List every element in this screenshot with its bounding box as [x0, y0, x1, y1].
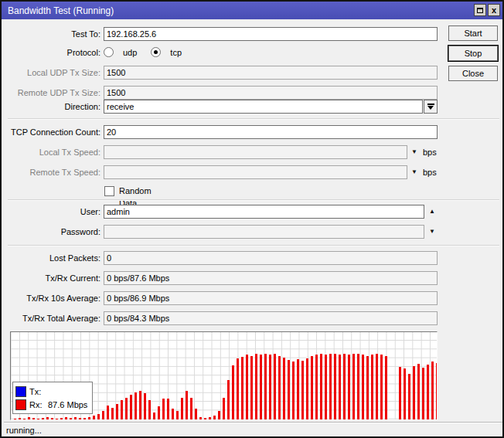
local-tx-speed-input: [104, 145, 407, 159]
txrx-10s-average-value: [104, 291, 438, 305]
user-label: User:: [2, 205, 100, 219]
separator: [8, 118, 499, 120]
user-input[interactable]: [104, 205, 424, 219]
tx-legend-label: Tx:: [29, 387, 48, 396]
local-tx-speed-unit: bps: [423, 145, 437, 159]
direction-input[interactable]: [104, 100, 423, 114]
direction-dropdown-icon[interactable]: [424, 100, 438, 114]
bandwidth-test-window: Bandwidth Test (Running) x Test To: Prot…: [0, 0, 504, 438]
tcp-connection-count-label: TCP Connection Count:: [2, 125, 100, 139]
rx-legend-swatch: [15, 399, 26, 410]
protocol-label: Protocol:: [2, 46, 100, 59]
separator: [8, 199, 499, 201]
txrx-total-average-value: [104, 311, 438, 325]
protocol-radio-udp[interactable]: [104, 47, 114, 57]
remote-udp-tx-size-input: [104, 86, 438, 100]
tcp-connection-count-input[interactable]: [104, 125, 438, 139]
password-expand-icon[interactable]: ▼: [427, 225, 438, 239]
status-text: running...: [6, 425, 42, 436]
password-label: Password:: [2, 225, 100, 239]
local-tx-speed-unit-dropdown-icon[interactable]: ▼: [409, 145, 420, 159]
close-button[interactable]: Close: [448, 66, 498, 81]
remote-tx-speed-unit-dropdown-icon[interactable]: ▼: [409, 165, 420, 179]
local-udp-tx-size-input: [104, 66, 438, 80]
graph-legend: Tx: Rx: 87.6 Mbps: [12, 382, 93, 414]
rx-legend-value: 87.6 Mbps: [48, 400, 87, 409]
protocol-option-udp-label[interactable]: udp: [123, 48, 137, 57]
user-collapse-icon[interactable]: ▲: [427, 205, 438, 219]
txrx-10s-average-label: Tx/Rx 10s Average:: [2, 291, 100, 305]
local-tx-speed-label: Local Tx Speed:: [2, 145, 100, 159]
start-button[interactable]: Start: [448, 25, 498, 41]
bandwidth-graph-plot: Tx: Rx: 87.6 Mbps: [11, 332, 437, 419]
local-udp-tx-size-label: Local UDP Tx Size:: [2, 66, 100, 80]
remote-udp-tx-size-label: Remote UDP Tx Size:: [2, 86, 100, 100]
maximize-icon[interactable]: [474, 4, 486, 16]
titlebar[interactable]: Bandwidth Test (Running) x: [2, 2, 502, 19]
separator: [8, 245, 499, 246]
test-to-label: Test To:: [2, 27, 100, 41]
rx-legend-label: Rx:: [29, 400, 48, 409]
txrx-current-label: Tx/Rx Current:: [2, 271, 100, 285]
bandwidth-graph: Tx: Rx: 87.6 Mbps: [10, 331, 438, 420]
tx-legend-swatch: [15, 386, 26, 397]
remote-tx-speed-unit: bps: [423, 165, 437, 179]
txrx-total-average-label: Tx/Rx Total Average:: [2, 311, 100, 325]
remote-tx-speed-label: Remote Tx Speed:: [2, 165, 100, 179]
remote-tx-speed-input: [104, 165, 407, 179]
password-input: [104, 225, 424, 239]
lost-packets-label: Lost Packets:: [2, 251, 100, 265]
direction-label: Direction:: [2, 100, 100, 114]
random-data-checkbox[interactable]: [104, 186, 114, 196]
stop-button[interactable]: Stop: [448, 46, 498, 61]
protocol-radio-tcp[interactable]: [151, 47, 161, 57]
lost-packets-value: [104, 251, 438, 265]
window-title: Bandwidth Test (Running): [8, 5, 114, 16]
protocol-option-tcp-label[interactable]: tcp: [170, 48, 182, 57]
statusbar-separator: [4, 422, 502, 423]
txrx-current-value: [104, 271, 438, 285]
close-icon[interactable]: x: [488, 4, 500, 16]
test-to-input[interactable]: [104, 27, 438, 41]
